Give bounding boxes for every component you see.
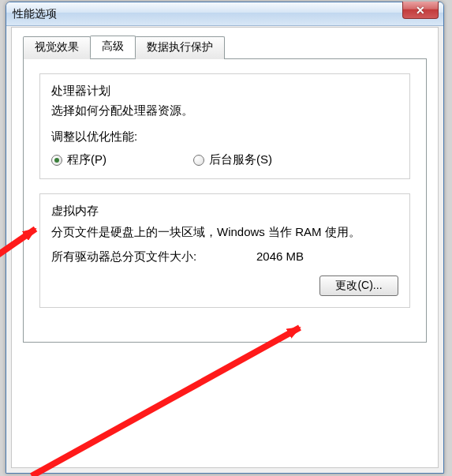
change-row: 更改(C)...	[51, 275, 398, 296]
radio-icon	[51, 155, 62, 166]
change-button[interactable]: 更改(C)...	[319, 275, 398, 296]
content-area: 视觉效果 高级 数据执行保护 处理器计划 选择如何分配处理器资源。 调整以优化性…	[11, 27, 439, 468]
vm-size-label: 所有驱动器总分页文件大小:	[51, 249, 256, 264]
window-title: 性能选项	[13, 7, 57, 21]
tab-label: 高级	[102, 39, 124, 52]
button-label: 更改(C)...	[335, 279, 382, 291]
tab-label: 视觉效果	[35, 40, 79, 53]
performance-options-window: 性能选项 ✕ 视觉效果 高级 数据执行保护 处理器计划 选择如何分配处理器资源。…	[6, 2, 444, 474]
vm-title: 虚拟内存	[51, 204, 398, 219]
processor-scheduling-group: 处理器计划 选择如何分配处理器资源。 调整以优化性能: 程序(P) 后台服务(S…	[39, 73, 410, 179]
tab-strip: 视觉效果 高级 数据执行保护	[23, 36, 427, 58]
vm-size-row: 所有驱动器总分页文件大小: 2046 MB	[51, 249, 398, 264]
radio-row: 程序(P) 后台服务(S)	[51, 152, 398, 167]
close-icon: ✕	[416, 4, 425, 17]
optimize-label: 调整以优化性能:	[51, 129, 398, 144]
tab-visual-effects[interactable]: 视觉效果	[23, 36, 91, 59]
radio-background-services[interactable]: 后台服务(S)	[193, 152, 272, 167]
processor-title: 处理器计划	[51, 84, 398, 99]
tab-panel-advanced: 处理器计划 选择如何分配处理器资源。 调整以优化性能: 程序(P) 后台服务(S…	[23, 58, 427, 343]
tab-advanced[interactable]: 高级	[90, 36, 136, 58]
processor-desc: 选择如何分配处理器资源。	[51, 103, 398, 118]
radio-icon	[193, 155, 204, 166]
radio-label: 程序(P)	[67, 152, 106, 167]
tab-dep[interactable]: 数据执行保护	[135, 36, 225, 59]
titlebar[interactable]: 性能选项 ✕	[6, 2, 443, 26]
virtual-memory-group: 虚拟内存 分页文件是硬盘上的一块区域，Windows 当作 RAM 使用。 所有…	[39, 193, 410, 308]
vm-size-value: 2046 MB	[256, 249, 304, 264]
close-button[interactable]: ✕	[402, 2, 439, 19]
radio-programs[interactable]: 程序(P)	[51, 152, 106, 167]
vm-desc: 分页文件是硬盘上的一块区域，Windows 当作 RAM 使用。	[51, 223, 398, 240]
radio-label: 后台服务(S)	[209, 152, 272, 167]
tab-label: 数据执行保护	[147, 40, 213, 53]
